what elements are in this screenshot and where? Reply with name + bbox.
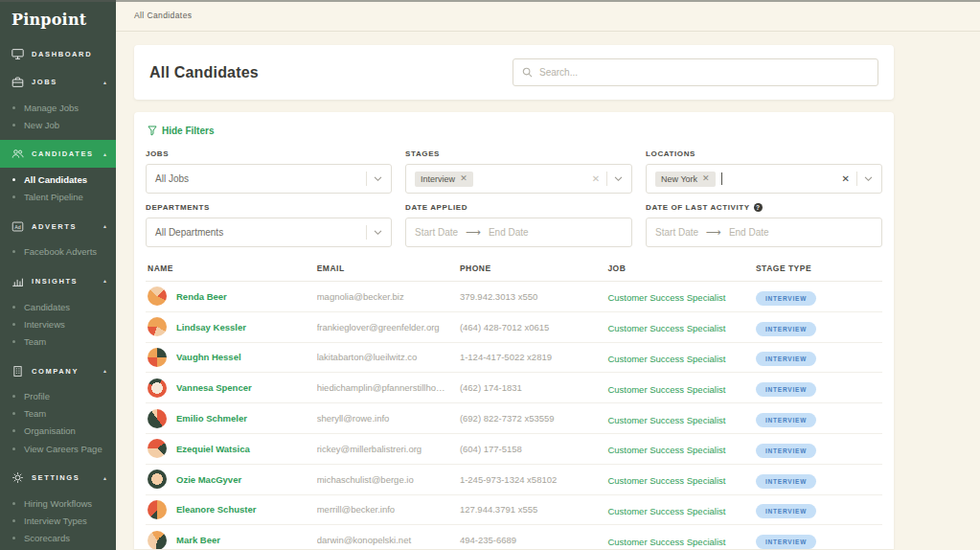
table-row[interactable]: Ozie MacGyver michaschulist@berge.io 1-2… xyxy=(146,465,882,495)
candidate-name-link[interactable]: Emilio Schmeler xyxy=(176,413,247,424)
sidebar-section-children: All Candidates Talent Pipeline xyxy=(0,168,116,212)
table-row[interactable]: Lindsay Kessler frankieglover@greenfelde… xyxy=(146,312,882,343)
bullet-icon xyxy=(12,306,15,309)
candidate-name-link[interactable]: Ozie MacGyver xyxy=(176,474,241,485)
bullet-icon xyxy=(12,395,15,398)
remove-tag-icon[interactable]: ✕ xyxy=(460,174,467,183)
breadcrumb[interactable]: All Candidates xyxy=(134,11,192,20)
chevron-down-icon[interactable] xyxy=(614,176,623,182)
sidebar-section-header[interactable]: INSIGHTS ▲ xyxy=(0,267,116,295)
sidebar-item[interactable]: Interviews xyxy=(0,315,116,332)
date-applied-range[interactable]: Start Date ⟶ End Date xyxy=(405,218,632,247)
date-last-activity-range[interactable]: Start Date ⟶ End Date xyxy=(646,218,882,247)
filter-jobs: JOBS All Jobs xyxy=(146,140,392,194)
candidate-job-link[interactable]: Customer Success Specialist xyxy=(607,506,725,516)
sidebar-item[interactable]: Scorecards xyxy=(0,530,116,547)
sidebar-item[interactable]: Organisation xyxy=(0,423,116,440)
clear-icon[interactable]: ✕ xyxy=(842,174,850,184)
start-date-input[interactable]: Start Date xyxy=(655,227,698,238)
chevron-up-icon: ▲ xyxy=(103,80,107,85)
sidebar-section-children: Profile Team Organisation View Careers P… xyxy=(0,385,116,465)
candidate-job-link[interactable]: Customer Success Specialist xyxy=(607,475,725,486)
table-row[interactable]: Emilio Schmeler sheryll@rowe.info (692) … xyxy=(146,403,882,434)
chevron-down-icon[interactable] xyxy=(864,176,873,182)
candidate-phone: (604) 177-5158 xyxy=(460,444,608,454)
sidebar-section-header[interactable]: COMPANY ▲ xyxy=(0,357,116,385)
sidebar-section-header[interactable]: DASHBOARD ▲ xyxy=(0,40,116,68)
candidate-name-link[interactable]: Vannesa Spencer xyxy=(176,382,252,393)
avatar xyxy=(148,286,167,306)
table-row[interactable]: Eleanore Schuster merrill@becker.info 12… xyxy=(146,495,882,526)
candidate-name-link[interactable]: Ezequiel Watsica xyxy=(176,444,250,454)
topbar: All Candidates xyxy=(116,0,980,32)
candidate-job-link[interactable]: Customer Success Specialist xyxy=(607,354,725,364)
stage-tag: Interview ✕ xyxy=(415,172,473,187)
sidebar-item[interactable]: Talent Pipeline xyxy=(0,189,116,206)
sidebar-item[interactable]: View Careers Page xyxy=(0,440,116,457)
bullet-icon xyxy=(12,178,15,181)
chevron-down-icon[interactable] xyxy=(374,230,382,236)
sidebar-section-header[interactable]: CANDIDATES ▲ xyxy=(0,140,116,168)
stage-type-badge: INTERVIEW xyxy=(756,535,816,549)
filter-departments: DEPARTMENTS All Departments xyxy=(146,194,392,247)
candidate-job-link[interactable]: Customer Success Specialist xyxy=(607,384,725,395)
search-input[interactable] xyxy=(539,67,869,78)
table-row[interactable]: Vannesa Spencer hiedichamplin@pfannersti… xyxy=(146,373,882,403)
avatar xyxy=(148,500,167,519)
bullet-icon xyxy=(12,502,15,505)
sidebar-section-header[interactable]: JOBS ▲ xyxy=(0,68,116,96)
candidate-name-link[interactable]: Lindsay Kessler xyxy=(176,322,246,332)
candidate-email: frankieglover@greenfelder.org xyxy=(317,322,460,332)
departments-select[interactable]: All Departments xyxy=(146,218,392,247)
sidebar-item[interactable]: All Candidates xyxy=(0,171,116,188)
table-row[interactable]: Vaughn Hessel lakitabarton@lueilwitz.co … xyxy=(146,343,882,374)
candidate-name-link[interactable]: Eleanore Schuster xyxy=(176,504,256,515)
clear-icon[interactable]: ✕ xyxy=(592,174,600,184)
table-row[interactable]: Renda Beer magnolia@becker.biz 379.942.3… xyxy=(146,282,882,312)
end-date-input[interactable]: End Date xyxy=(729,227,769,238)
sidebar-item[interactable]: Manage Jobs xyxy=(0,99,116,116)
stages-select[interactable]: Interview ✕ ✕ xyxy=(405,164,632,194)
sidebar-item[interactable]: Candidates xyxy=(0,298,116,315)
chevron-down-icon[interactable] xyxy=(374,176,382,182)
sidebar-item-label: Profile xyxy=(24,391,50,401)
sidebar-section-children: Hiring Workflows Interview Types Scoreca… xyxy=(0,492,116,550)
candidate-job-link[interactable]: Customer Success Specialist xyxy=(607,415,725,425)
remove-tag-icon[interactable]: ✕ xyxy=(702,174,710,183)
jobs-select[interactable]: All Jobs xyxy=(146,164,392,194)
candidate-job-link[interactable]: Customer Success Specialist xyxy=(607,292,725,303)
search-box[interactable] xyxy=(513,58,878,86)
end-date-input[interactable]: End Date xyxy=(489,227,529,238)
candidate-job-link[interactable]: Customer Success Specialist xyxy=(607,537,725,547)
table-row[interactable]: Ezequiel Watsica rickey@millerbalistreri… xyxy=(146,434,882,465)
sidebar-item[interactable]: Team xyxy=(0,332,116,350)
filter-locations: LOCATIONS New York ✕ ✕ xyxy=(646,140,882,194)
sidebar: Pinpoint DASHBOARD ▲ JOBS ▲ Manage Jobs … xyxy=(0,0,116,550)
sidebar-section: COMPANY ▲ Profile Team Organisation View… xyxy=(0,357,116,465)
candidate-job-link[interactable]: Customer Success Specialist xyxy=(607,445,725,455)
candidate-name-link[interactable]: Mark Beer xyxy=(176,535,220,545)
table-row[interactable]: Mark Beer darwin@konopelski.net 494-235-… xyxy=(146,525,882,549)
sidebar-item-label: Facebook Adverts xyxy=(24,246,97,257)
sidebar-item[interactable]: Hiring Workflows xyxy=(0,494,116,512)
sidebar-section-header[interactable]: SETTINGS ▲ xyxy=(0,464,116,492)
stage-type-badge: INTERVIEW xyxy=(756,444,816,458)
filter-date-applied: DATE APPLIED Start Date ⟶ End Date xyxy=(405,194,632,247)
locations-select[interactable]: New York ✕ ✕ xyxy=(646,164,882,194)
candidate-job-link[interactable]: Customer Success Specialist xyxy=(607,323,725,333)
hide-filters-button[interactable]: Hide Filters xyxy=(148,126,214,136)
help-icon[interactable]: ? xyxy=(754,203,763,212)
candidate-name-link[interactable]: Vaughn Hessel xyxy=(176,352,241,362)
sidebar-item[interactable]: New Job xyxy=(0,116,116,133)
bullet-icon xyxy=(12,124,15,126)
sidebar-item[interactable]: Team xyxy=(0,405,116,423)
sidebar-section-header[interactable]: Ad ADVERTS ▲ xyxy=(0,213,116,241)
sidebar-item[interactable]: Facebook Adverts xyxy=(0,243,116,261)
sidebar-section-children: Candidates Interviews Team xyxy=(0,295,116,357)
candidate-email: sheryll@rowe.info xyxy=(317,413,460,424)
candidate-name-link[interactable]: Renda Beer xyxy=(176,291,227,302)
sidebar-item[interactable]: Interview Types xyxy=(0,512,116,529)
start-date-input[interactable]: Start Date xyxy=(415,227,458,238)
filter-funnel-icon xyxy=(148,126,157,136)
sidebar-item[interactable]: Profile xyxy=(0,388,116,405)
